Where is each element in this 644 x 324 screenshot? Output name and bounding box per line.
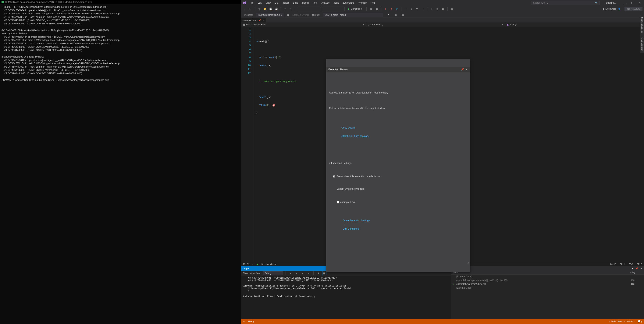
resize-grip-icon[interactable]: ◢ bbox=[326, 261, 470, 265]
panel-close-icon[interactable]: ✕ bbox=[640, 267, 642, 270]
menu-analyze[interactable]: Analyze bbox=[320, 1, 332, 5]
code-editor[interactable]: 123456789101112 int main() { int *x = ne… bbox=[241, 27, 644, 262]
flag-icon[interactable]: ⚑ bbox=[386, 13, 390, 17]
dbg-tool-1[interactable]: ↕ bbox=[430, 7, 434, 11]
config-dropdown[interactable] bbox=[298, 7, 320, 11]
dbg-btn-1[interactable]: ▦ bbox=[369, 7, 373, 11]
char-indicator[interactable]: Ch: 1 bbox=[620, 263, 625, 265]
menu-help[interactable]: Help bbox=[369, 1, 378, 5]
nav-scope-function[interactable]: ◧ main()▾ bbox=[505, 22, 644, 27]
col-lang[interactable]: Lang bbox=[629, 271, 644, 275]
menu-debug[interactable]: Debug bbox=[300, 1, 311, 5]
add-source-control[interactable]: ↑ Add to Source Control ▴ bbox=[609, 320, 635, 323]
new-item-icon[interactable]: ✚ bbox=[257, 7, 261, 11]
nav-back-icon[interactable]: ◄ bbox=[242, 7, 247, 11]
eol-indicator[interactable]: CRLF bbox=[636, 263, 642, 265]
pause-icon[interactable]: ∥ bbox=[384, 7, 388, 11]
menu-project[interactable]: Project bbox=[280, 1, 291, 5]
live-share-button[interactable]: ➲ Live Share bbox=[602, 7, 616, 10]
except-exe-checkbox[interactable] bbox=[337, 201, 339, 203]
dbg-btn-2[interactable]: ▦ bbox=[374, 7, 379, 11]
output-body[interactable]: #3 0x7ff9641d7033 (C:\WINDOWS\System32\K… bbox=[241, 276, 451, 319]
platform-dropdown[interactable] bbox=[322, 7, 345, 11]
close-button[interactable]: ✕ bbox=[636, 1, 643, 4]
step-into-icon[interactable]: ↓ bbox=[410, 7, 414, 11]
restart-icon[interactable]: ⟳ bbox=[395, 7, 399, 11]
edit-conditions-link[interactable]: Edit Conditions bbox=[343, 227, 359, 230]
redo-icon[interactable]: ↷ bbox=[289, 7, 293, 11]
dbg-tool-2[interactable]: ⇄ bbox=[435, 7, 440, 11]
menu-file[interactable]: File bbox=[248, 1, 255, 5]
zoom-chevron-icon[interactable]: ▾ bbox=[252, 263, 253, 265]
output-wrap-icon[interactable]: ↲ bbox=[316, 271, 320, 275]
notifications-icon[interactable]: 💬2 bbox=[638, 320, 642, 323]
terminal-title-text: C:\MSDN\cpp-docs-pr\docs\c-language\ASAN… bbox=[5, 1, 92, 3]
open-folder-icon[interactable]: 📂 bbox=[263, 7, 267, 11]
search-input[interactable] bbox=[533, 1, 595, 4]
open-exception-settings-link[interactable]: Open Exception Settings bbox=[343, 219, 370, 222]
terminal-output[interactable]: ==30008==ERROR: AddressSanitizer: attemp… bbox=[0, 4, 241, 83]
exception-settings-header[interactable]: Exception Settings bbox=[329, 161, 467, 165]
indent-indicator[interactable]: SPC bbox=[629, 263, 633, 265]
menu-git[interactable]: Git bbox=[273, 1, 280, 5]
pin-icon[interactable]: 📌 bbox=[259, 19, 261, 21]
pin-icon[interactable]: 📌 bbox=[460, 67, 464, 71]
callstack-panel-header[interactable]: Call Stack ▾ 📌 ✕ bbox=[451, 266, 644, 271]
close-tab-icon[interactable]: ✕ bbox=[262, 19, 264, 21]
dbg-tool-4[interactable]: ▦ bbox=[450, 7, 454, 11]
team-explorer-tab[interactable]: Team Explorer bbox=[640, 35, 644, 53]
callstack-row[interactable]: [External Code] bbox=[451, 275, 644, 278]
menu-extensions[interactable]: Extensions bbox=[341, 1, 356, 5]
output-tool-2[interactable]: ≣ bbox=[294, 271, 298, 275]
zoom-level[interactable]: 111 % bbox=[243, 263, 249, 265]
output-tool-toggle[interactable]: ▦ bbox=[322, 271, 326, 275]
thread-dropdown[interactable]: [28748] Main Thread bbox=[323, 13, 383, 17]
minimize-button[interactable]: — bbox=[622, 1, 628, 4]
line-indicator[interactable]: Ln: 10 bbox=[610, 263, 616, 265]
undo-icon[interactable]: ↶ bbox=[283, 7, 287, 11]
thread-icon[interactable]: ▦ bbox=[401, 13, 405, 17]
copy-details-link[interactable]: Copy Details bbox=[342, 126, 356, 129]
menu-test[interactable]: Test bbox=[311, 1, 319, 5]
step-over-icon[interactable]: ↷ bbox=[415, 7, 419, 11]
start-liveshare-link[interactable]: Start Live Share session... bbox=[342, 135, 370, 137]
save-all-icon[interactable]: 💾 bbox=[274, 7, 278, 11]
callstack-row[interactable]: [External Code] bbox=[451, 286, 644, 290]
nav-scope-project[interactable]: ▦ Miscellaneous Files▾ bbox=[241, 22, 366, 27]
menu-build[interactable]: Build bbox=[291, 1, 300, 5]
output-tool-3[interactable]: ≣ bbox=[300, 271, 305, 275]
error-indicator-icon[interactable]: ✕ bbox=[272, 104, 275, 107]
tab-example1-cpp[interactable]: example1.cpp 📌 ✕ bbox=[241, 18, 266, 22]
menu-tools[interactable]: Tools bbox=[332, 1, 341, 5]
col-name[interactable]: Name bbox=[451, 271, 629, 275]
maximize-button[interactable]: ▢ bbox=[629, 1, 636, 4]
break-checkbox[interactable] bbox=[333, 175, 335, 178]
solution-explorer-tab[interactable]: Solution Explorer bbox=[640, 15, 644, 35]
process-dropdown[interactable]: [30008] example1.exe ▾ bbox=[256, 13, 284, 17]
dbg-tool-3[interactable]: ▦ bbox=[441, 7, 445, 11]
output-tool-1[interactable]: ≣ bbox=[288, 271, 292, 275]
save-icon[interactable]: 💾 bbox=[268, 7, 273, 11]
lifecycle-icon[interactable]: ▦ bbox=[287, 14, 289, 16]
editor-tabs: example1.cpp 📌 ✕ bbox=[241, 18, 644, 22]
panel-pin-icon[interactable]: 📌 bbox=[636, 267, 638, 270]
search-box[interactable]: 🔍 bbox=[532, 1, 600, 5]
nav-scope-namespace[interactable]: (Global Scope)▾ bbox=[366, 22, 505, 27]
callstack-row[interactable]: example1.exe!operator delete[](void * pt… bbox=[451, 278, 644, 282]
panel-dropdown-icon[interactable]: ▾ bbox=[632, 267, 634, 270]
callstack-row[interactable]: ➔example1.exe!main() Line 10C++ bbox=[451, 282, 644, 286]
show-output-from-dropdown[interactable]: Debug bbox=[263, 271, 283, 275]
output-clear-icon[interactable]: ✕ bbox=[306, 271, 311, 275]
nav-fwd-icon[interactable]: ► bbox=[248, 7, 252, 11]
code-body[interactable]: int main() { int *x = new int[42]; delet… bbox=[254, 27, 644, 262]
menu-edit[interactable]: Edit bbox=[256, 1, 264, 5]
next-statement-icon[interactable]: → bbox=[404, 7, 408, 11]
menu-view[interactable]: View bbox=[264, 1, 272, 5]
menu-window[interactable]: Window bbox=[356, 1, 368, 5]
callstack-rows[interactable]: [External Code]example1.exe!operator del… bbox=[451, 275, 644, 290]
step-out-icon[interactable]: ↑ bbox=[421, 7, 425, 11]
continue-button[interactable]: ▶ Continue ▾ bbox=[346, 7, 364, 10]
stop-icon[interactable]: ■ bbox=[389, 7, 393, 11]
stack-frame-icon[interactable]: ▦ bbox=[394, 13, 398, 17]
close-popup-icon[interactable]: ✕ bbox=[464, 67, 468, 71]
